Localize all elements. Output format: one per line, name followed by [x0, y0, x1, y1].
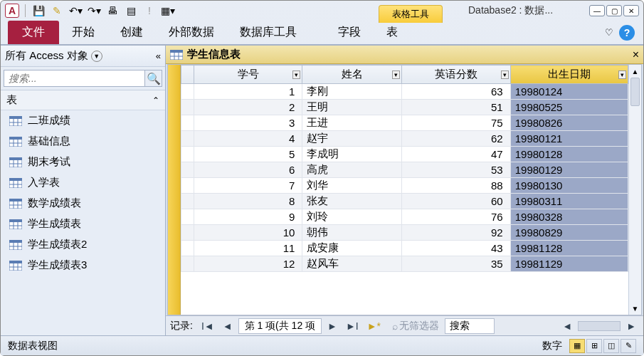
column-header[interactable]: 英语分数▾ [402, 66, 511, 84]
table-row[interactable]: 12赵风车3519981129 [181, 256, 628, 272]
maximize-button[interactable]: ▢ [606, 5, 622, 16]
cell-id[interactable]: 11 [194, 241, 302, 256]
column-filter-icon[interactable]: ▾ [392, 70, 400, 79]
exclaim-icon[interactable]: ! [142, 4, 157, 18]
row-selector[interactable] [181, 194, 194, 209]
cell-name[interactable]: 朝伟 [302, 225, 402, 241]
minimize-button[interactable]: — [589, 5, 605, 16]
cell-id[interactable]: 4 [194, 131, 302, 147]
cell-name[interactable]: 刘玲 [302, 209, 402, 225]
cell-date[interactable]: 19981128 [510, 241, 628, 256]
row-selector[interactable] [181, 100, 194, 115]
cell-id[interactable]: 2 [194, 100, 302, 115]
filter-indicator[interactable]: ⌕无筛选器 [392, 320, 439, 333]
cell-name[interactable]: 王明 [302, 100, 402, 115]
table-row[interactable]: 8张友6019980311 [181, 194, 628, 209]
cell-date[interactable]: 19980121 [510, 131, 628, 147]
ribbon-collapse-icon[interactable]: ♡ [605, 27, 613, 38]
collapse-icon[interactable]: « [156, 51, 161, 61]
redo-icon[interactable]: ↷▾ [87, 4, 101, 18]
cell-name[interactable]: 张友 [302, 194, 402, 209]
cell-name[interactable]: 赵宇 [302, 131, 402, 147]
print-icon[interactable]: 🖶 [105, 4, 120, 18]
tab-dbtools[interactable]: 数据库工具 [227, 21, 310, 44]
table-row[interactable]: 2王明5119980525 [181, 100, 628, 115]
chart-view-button[interactable]: ✎ [621, 339, 636, 353]
scroll-up-icon[interactable]: ▲ [629, 65, 641, 78]
close-tab-icon[interactable]: × [633, 48, 639, 61]
column-filter-icon[interactable]: ▾ [501, 70, 509, 79]
cell-score[interactable]: 63 [402, 84, 511, 100]
cell-score[interactable]: 47 [402, 147, 511, 162]
table-row[interactable]: 7刘华8819980130 [181, 178, 628, 194]
cell-name[interactable]: 成安康 [302, 241, 402, 256]
tab-fields[interactable]: 字段 [325, 21, 374, 44]
cell-id[interactable]: 3 [194, 115, 302, 131]
table-row[interactable]: 5李成明4719980128 [181, 147, 628, 162]
cell-date[interactable]: 19980128 [510, 147, 628, 162]
tab-home[interactable]: 开始 [59, 21, 107, 44]
undo-icon[interactable]: ↶▾ [68, 4, 83, 18]
nav-pane-header[interactable]: 所有 Access 对象 ▼ « [1, 46, 165, 67]
scroll-down-icon[interactable]: ▼ [629, 302, 641, 315]
table-row[interactable]: 6高虎5319980129 [181, 162, 628, 178]
document-tab[interactable]: 学生信息表 × [166, 46, 643, 64]
column-header[interactable]: 学号▾ [194, 66, 302, 84]
row-selector[interactable] [181, 162, 194, 178]
nav-group-tables[interactable]: 表 ⌃ [1, 90, 165, 110]
table-row[interactable]: 4赵宇6219980121 [181, 131, 628, 147]
cell-name[interactable]: 赵风车 [302, 256, 402, 272]
cell-id[interactable]: 8 [194, 194, 302, 209]
hscroll-thumb[interactable] [578, 321, 621, 331]
last-record-icon[interactable]: ►I [343, 320, 361, 332]
sidebar-item[interactable]: 学生成绩表3 [1, 255, 165, 276]
hscroll-left-icon[interactable]: ◄ [559, 320, 575, 332]
search-icon[interactable]: 🔍 [145, 70, 162, 87]
cell-date[interactable]: 19980124 [510, 84, 628, 100]
cell-score[interactable]: 43 [402, 241, 511, 256]
cell-date[interactable]: 19980826 [510, 115, 628, 131]
row-selector[interactable] [181, 84, 194, 100]
cell-date[interactable]: 19981129 [510, 256, 628, 272]
cell-date[interactable]: 19980129 [510, 162, 628, 178]
row-selector[interactable] [181, 178, 194, 194]
table-row[interactable]: 10朝伟9219980829 [181, 225, 628, 241]
cell-date[interactable]: 19980525 [510, 100, 628, 115]
cell-date[interactable]: 19980829 [510, 225, 628, 241]
cell-date[interactable]: 19980311 [510, 194, 628, 209]
dropdown-icon[interactable]: ▼ [91, 51, 102, 62]
cell-score[interactable]: 62 [402, 131, 511, 147]
cell-score[interactable]: 92 [402, 225, 511, 241]
cell-name[interactable]: 高虎 [302, 162, 402, 178]
sidebar-item[interactable]: 入学表 [1, 172, 165, 193]
row-selector[interactable] [181, 147, 194, 162]
sidebar-item[interactable]: 基础信息 [1, 131, 165, 152]
search-input[interactable] [4, 70, 145, 87]
row-selector[interactable] [181, 241, 194, 256]
first-record-icon[interactable]: I◄ [199, 320, 217, 332]
nav-search-box[interactable]: 搜索 [445, 318, 495, 334]
help-icon[interactable]: ? [619, 25, 635, 41]
pivot-view-button[interactable]: ◫ [603, 339, 619, 353]
row-selector[interactable] [181, 209, 194, 225]
row-selector-header[interactable] [181, 66, 194, 84]
tab-create[interactable]: 创建 [107, 21, 156, 44]
table-row[interactable]: 11成安康4319981128 [181, 241, 628, 256]
sidebar-item[interactable]: 期末考试 [1, 152, 165, 172]
sidebar-item[interactable]: 二班成绩 [1, 110, 165, 131]
cell-score[interactable]: 35 [402, 256, 511, 272]
cell-score[interactable]: 60 [402, 194, 511, 209]
sidebar-item[interactable]: 学生成绩表2 [1, 234, 165, 255]
cell-id[interactable]: 9 [194, 209, 302, 225]
edit-icon[interactable]: ✎ [50, 4, 64, 18]
column-header[interactable]: 出生日期▾ [510, 66, 628, 84]
column-filter-icon[interactable]: ▾ [292, 70, 300, 79]
row-selector[interactable] [181, 131, 194, 147]
table-row[interactable]: 3王进7519980826 [181, 115, 628, 131]
cell-score[interactable]: 53 [402, 162, 511, 178]
scroll-thumb[interactable] [630, 78, 640, 106]
table-icon[interactable]: ▦▾ [161, 4, 175, 18]
cell-score[interactable]: 88 [402, 178, 511, 194]
tab-table[interactable]: 表 [374, 21, 411, 44]
save-icon[interactable]: 💾 [31, 4, 46, 18]
